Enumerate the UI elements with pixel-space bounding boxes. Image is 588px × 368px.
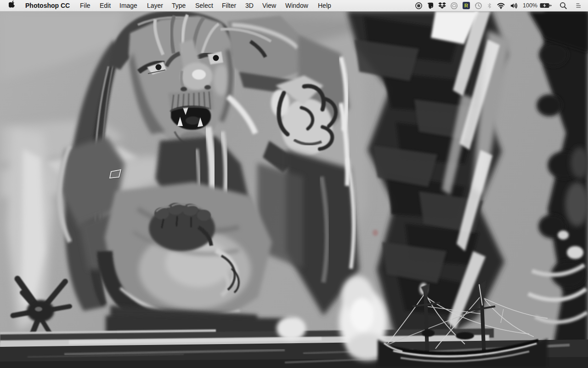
- apple-menu[interactable]: [9, 0, 16, 11]
- battery-percent-label: 100%: [523, 2, 537, 9]
- menu-bar: Photoshop CC File Edit Image Layer Type …: [0, 0, 588, 12]
- menu-view[interactable]: View: [262, 0, 276, 11]
- bluetooth-glyph: [486, 2, 492, 10]
- notification-center-icon[interactable]: [574, 0, 582, 11]
- creative-cloud-glyph: [450, 2, 458, 10]
- menu-3d[interactable]: 3D: [245, 0, 254, 11]
- rescuetime-icon[interactable]: R: [462, 0, 470, 11]
- svg-text:R: R: [464, 3, 469, 8]
- menu-select[interactable]: Select: [195, 0, 213, 11]
- menu-app-name[interactable]: Photoshop CC: [25, 0, 70, 11]
- status-icons: R: [415, 0, 582, 11]
- notification-center-glyph: [574, 2, 582, 9]
- volume-icon[interactable]: [509, 0, 519, 11]
- volume-glyph: [509, 2, 519, 10]
- evernote-icon[interactable]: [427, 0, 434, 11]
- spotlight-icon[interactable]: [560, 0, 567, 11]
- menu-window[interactable]: Window: [285, 0, 308, 11]
- apple-logo-icon: [9, 0, 16, 8]
- menu-type[interactable]: Type: [172, 0, 186, 11]
- record-glyph: [415, 2, 423, 10]
- wifi-icon[interactable]: [497, 0, 505, 11]
- time-machine-glyph: [475, 2, 482, 10]
- battery-charging-icon: [540, 1, 552, 10]
- menu-edit[interactable]: Edit: [100, 0, 111, 11]
- red-paint-dot: [373, 230, 378, 236]
- menu-layer[interactable]: Layer: [147, 0, 163, 11]
- battery-status[interactable]: 100%: [523, 0, 552, 11]
- wifi-glyph: [497, 2, 505, 10]
- dropbox-icon[interactable]: [438, 0, 446, 11]
- bluetooth-icon[interactable]: [486, 0, 492, 11]
- menu-help[interactable]: Help: [318, 0, 331, 11]
- record-icon[interactable]: [415, 0, 423, 11]
- menu-file[interactable]: File: [80, 0, 90, 11]
- menu-image[interactable]: Image: [119, 0, 137, 11]
- spotlight-glyph: [560, 2, 567, 10]
- creative-cloud-icon[interactable]: [450, 0, 458, 11]
- time-machine-icon[interactable]: [475, 0, 482, 11]
- evernote-glyph: [427, 2, 434, 10]
- dropbox-glyph: [438, 2, 446, 9]
- photoshop-canvas[interactable]: [0, 11, 588, 368]
- menu-filter[interactable]: Filter: [222, 0, 236, 11]
- rescuetime-glyph: R: [462, 1, 470, 10]
- canvas-artwork: [0, 11, 588, 368]
